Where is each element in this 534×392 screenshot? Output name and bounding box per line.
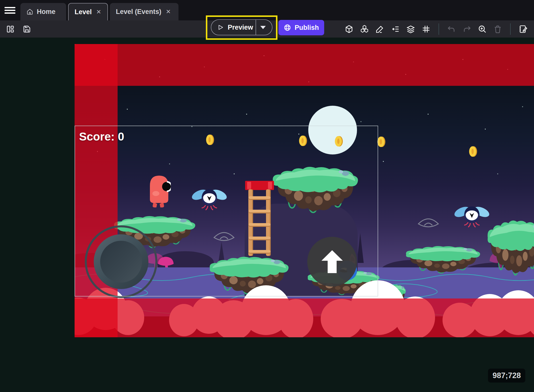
score-text: Score: 0 (79, 130, 124, 143)
add-object-icon[interactable] (345, 25, 354, 34)
game-editor-window: Home Level ✕ Level (Events) ✕ (0, 0, 534, 392)
cursor-coordinates-badge: 987;728 (488, 369, 525, 383)
preview-label: Preview (228, 24, 253, 31)
publish-label: Publish (295, 24, 319, 32)
home-icon (26, 8, 33, 15)
delete-icon[interactable] (493, 25, 502, 34)
platform-island[interactable] (486, 207, 534, 282)
tab-label: Level (Events) (116, 8, 161, 16)
zoom-in-icon[interactable] (478, 25, 487, 34)
edit-pencil-icon[interactable] (375, 25, 384, 34)
objects-group-icon[interactable] (360, 25, 369, 34)
hamburger-menu-icon[interactable] (4, 5, 15, 15)
platform-island[interactable] (404, 239, 482, 277)
publish-button[interactable]: Publish (278, 20, 324, 35)
preview-dropdown-button[interactable] (256, 20, 270, 35)
coin[interactable] (469, 146, 477, 157)
level-scene: Score: 0 (75, 44, 534, 337)
chevron-down-icon (260, 26, 266, 29)
coin[interactable] (377, 136, 386, 147)
toolbar-left-group (6, 20, 31, 38)
tab-label: Level (75, 8, 92, 16)
close-tab-icon[interactable]: ✕ (95, 8, 102, 16)
close-tab-icon[interactable]: ✕ (165, 8, 172, 16)
instances-list-icon[interactable] (391, 25, 400, 34)
save-icon[interactable] (22, 25, 31, 34)
grid-icon[interactable] (422, 25, 431, 34)
tab-level[interactable]: Level ✕ (68, 3, 108, 20)
camera-frame (75, 126, 378, 296)
undo-icon[interactable] (447, 25, 456, 34)
flying-enemy[interactable] (453, 202, 490, 230)
globe-icon (284, 24, 291, 31)
toolbar-separator (510, 23, 511, 35)
play-icon (217, 24, 224, 31)
tab-label: Home (37, 8, 55, 16)
toolbar-right-group (345, 20, 528, 38)
events-editor-icon[interactable] (519, 25, 528, 34)
tab-level-events[interactable]: Level (Events) ✕ (110, 3, 178, 20)
red-zone-bottom[interactable] (75, 298, 534, 337)
scene-editor-canvas[interactable]: Score: 0 987;728 (0, 38, 534, 392)
layers-icon[interactable] (406, 25, 415, 34)
tab-home[interactable]: Home (20, 3, 66, 20)
eye-decoration (417, 216, 440, 230)
panels-layout-icon[interactable] (6, 25, 15, 34)
red-zone-top[interactable] (75, 44, 534, 86)
redo-icon[interactable] (462, 25, 471, 34)
toolbar-separator (439, 23, 439, 35)
preview-button[interactable]: Preview (211, 19, 272, 35)
